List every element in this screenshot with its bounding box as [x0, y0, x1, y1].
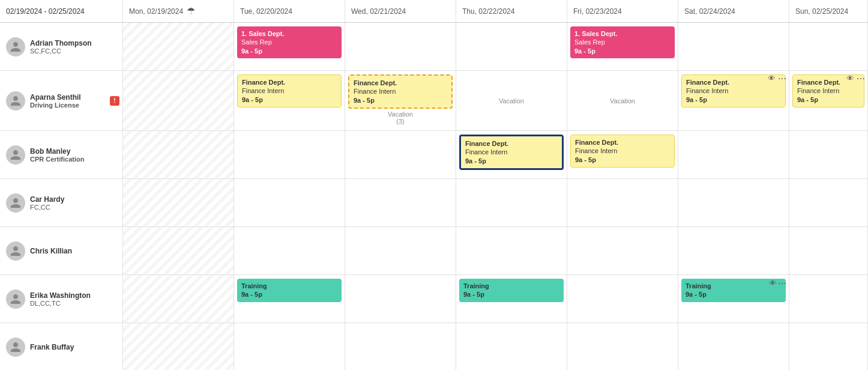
- day-cell[interactable]: Finance Dept. Finance Intern 9a - 5p 👁 ⋯: [789, 71, 868, 130]
- day-cell: [789, 131, 868, 178]
- table-row: Adrian Thompson SC,FC,CC 1. Sales Dept. …: [0, 23, 868, 71]
- day-cell[interactable]: 1. Sales Dept. Sales Rep 9a - 5p: [567, 23, 678, 70]
- header-row: 02/19/2024 - 02/25/2024 Mon, 02/19/2024 …: [0, 0, 868, 23]
- day-cell: [234, 179, 345, 226]
- day-cell[interactable]: Finance Dept. Finance Intern 9a - 5p: [567, 131, 678, 178]
- day-cell: [123, 323, 234, 370]
- day-cell: Vacation: [456, 71, 567, 130]
- table-row: Bob Manley CPR Certification Finance Dep…: [0, 131, 868, 179]
- day-cell: [345, 275, 456, 323]
- event-card-training-thu[interactable]: Training 9a - 5p: [459, 279, 564, 302]
- vacation-label-below: Vacation(3): [348, 111, 453, 125]
- day-cell: [678, 179, 789, 226]
- day-cell: [345, 179, 456, 226]
- day-cell: [567, 179, 678, 226]
- table-row: Frank Buffay: [0, 323, 868, 370]
- calendar-wrapper: 02/19/2024 - 02/25/2024 Mon, 02/19/2024 …: [0, 0, 868, 370]
- day-cell: [567, 275, 678, 323]
- day-cell: [789, 275, 868, 323]
- avatar: [6, 241, 25, 261]
- header-day-sat: Sat, 02/24/2024: [678, 0, 789, 22]
- person-cell-adrian: Adrian Thompson SC,FC,CC: [0, 23, 123, 70]
- person-cell-car: Car Hardy FC,CC: [0, 179, 123, 226]
- day-cell[interactable]: 1. Sales Dept. Sales Rep 9a - 5p: [234, 23, 345, 70]
- avatar: [6, 193, 25, 213]
- event-card-sales-fri[interactable]: 1. Sales Dept. Sales Rep 9a - 5p: [570, 26, 675, 58]
- day-cell: [678, 23, 789, 70]
- day-cell: [456, 227, 567, 274]
- day-cell: [123, 131, 234, 178]
- day-cell: [123, 23, 234, 70]
- header-day-mon: Mon, 02/19/2024 ☂: [123, 0, 234, 22]
- more-options-icon[interactable]: ⋯: [778, 74, 786, 83]
- event-card-finance-fri-bob[interactable]: Finance Dept. Finance Intern 9a - 5p: [570, 135, 675, 168]
- avatar: [6, 338, 25, 357]
- table-row: Car Hardy FC,CC: [0, 179, 868, 227]
- day-cell: [345, 23, 456, 70]
- table-row: Erika Washington DL,CC,TC Training 9a - …: [0, 275, 868, 323]
- eye-icon[interactable]: 👁: [846, 74, 854, 83]
- person-cell-erika: Erika Washington DL,CC,TC: [0, 275, 123, 323]
- day-cell: [123, 71, 234, 130]
- calendar-body: Adrian Thompson SC,FC,CC 1. Sales Dept. …: [0, 23, 868, 370]
- umbrella-icon: ☂: [187, 5, 195, 17]
- day-cell[interactable]: Finance Dept. Finance Intern 9a - 5p: [234, 71, 345, 130]
- day-cell: [234, 227, 345, 274]
- day-cell: [123, 179, 234, 226]
- alert-badge: !: [110, 96, 119, 106]
- table-row: Aparna Senthil Driving License ! Finance…: [0, 71, 868, 131]
- event-card-finance-tue[interactable]: Finance Dept. Finance Intern 9a - 5p: [237, 74, 342, 108]
- day-cell[interactable]: Finance Dept. Finance Intern 9a - 5p: [456, 131, 567, 178]
- day-cell[interactable]: Finance Dept. Finance Intern 9a - 5p Vac…: [345, 71, 456, 130]
- person-cell-aparna: Aparna Senthil Driving License !: [0, 71, 123, 130]
- person-cell-frank: Frank Buffay: [0, 323, 123, 370]
- day-cell: [678, 131, 789, 178]
- day-cell: [456, 323, 567, 370]
- header-day-tue: Tue, 02/20/2024: [234, 0, 345, 22]
- avatar: [6, 91, 25, 111]
- day-cell: [789, 23, 868, 70]
- more-options-icon[interactable]: ⋯: [778, 279, 786, 288]
- day-cell: [123, 227, 234, 274]
- header-day-sun: Sun, 02/25/2024: [789, 0, 868, 22]
- avatar: [6, 290, 25, 309]
- day-cell: [789, 323, 868, 370]
- vacation-label: Vacation: [570, 74, 675, 127]
- header-day-thu: Thu, 02/22/2024: [456, 0, 567, 22]
- day-cell: [567, 227, 678, 274]
- header-week-range: 02/19/2024 - 02/25/2024: [0, 0, 123, 22]
- event-card-finance-thu-bob[interactable]: Finance Dept. Finance Intern 9a - 5p: [459, 135, 564, 170]
- eye-icon[interactable]: 👁: [769, 279, 777, 288]
- person-cell-bob: Bob Manley CPR Certification: [0, 131, 123, 178]
- header-day-fri: Fri, 02/23/2024: [567, 0, 678, 22]
- day-cell: [123, 275, 234, 323]
- day-cell: [789, 179, 868, 226]
- day-cell: [567, 323, 678, 370]
- more-options-icon[interactable]: ⋯: [857, 74, 865, 83]
- day-cell[interactable]: Finance Dept. Finance Intern 9a - 5p 👁 ⋯: [678, 71, 789, 130]
- day-cell: [678, 227, 789, 274]
- event-card-training-tue[interactable]: Training 9a - 5p: [237, 279, 342, 302]
- day-cell: [345, 227, 456, 274]
- day-cell: [456, 23, 567, 70]
- event-card-finance-wed[interactable]: Finance Dept. Finance Intern 9a - 5p: [348, 74, 453, 109]
- day-cell: [678, 323, 789, 370]
- day-cell: [345, 131, 456, 178]
- day-cell: Vacation: [567, 71, 678, 130]
- day-cell: [234, 131, 345, 178]
- day-cell[interactable]: Training 9a - 5p 👁 ⋯: [678, 275, 789, 323]
- day-cell: [789, 227, 868, 274]
- day-cell: [234, 323, 345, 370]
- day-cell[interactable]: Training 9a - 5p: [234, 275, 345, 323]
- day-cell: [456, 179, 567, 226]
- day-cell[interactable]: Training 9a - 5p: [456, 275, 567, 323]
- header-day-wed: Wed, 02/21/2024: [345, 0, 456, 22]
- avatar: [6, 37, 25, 56]
- avatar: [6, 145, 25, 165]
- eye-icon[interactable]: 👁: [768, 74, 776, 83]
- table-row: Chris Killian: [0, 227, 868, 275]
- day-cell: [345, 323, 456, 370]
- event-card-sales-tue[interactable]: 1. Sales Dept. Sales Rep 9a - 5p: [237, 26, 342, 58]
- vacation-label: Vacation: [459, 74, 564, 127]
- person-cell-chris: Chris Killian: [0, 227, 123, 274]
